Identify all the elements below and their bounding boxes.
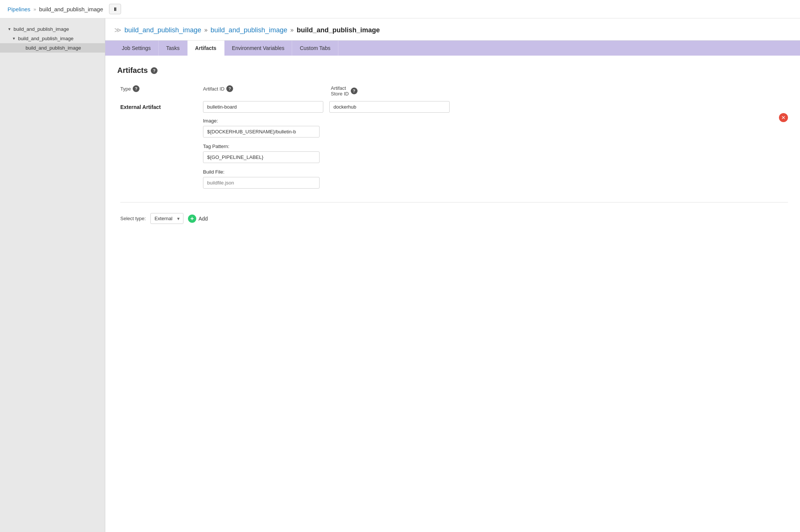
main-content: ≫ build_and_publish_image » build_and_pu… (105, 18, 800, 532)
content-area: Artifacts ? Type ? Artifact ID (105, 56, 800, 237)
store-id-label-line1: Artifact (331, 85, 349, 91)
store-id-label-line2: Store ID (331, 91, 349, 97)
artifact-id-help-icon[interactable]: ? (226, 85, 233, 92)
artifact-id-input[interactable] (203, 101, 323, 113)
artifacts-help-icon[interactable]: ? (151, 67, 158, 74)
store-id-label: Artifact Store ID ? (331, 85, 459, 97)
artifact-type-label: External Artifact (120, 101, 203, 110)
triangle-icon-0: ▼ (8, 27, 11, 31)
add-row: Select type: External Build Test ▼ + Add (120, 210, 788, 227)
pause-button[interactable]: ⏸ (109, 4, 121, 14)
sidebar-label-1: build_and_publish_image (18, 36, 73, 41)
build-file-field-container: Build File: (203, 169, 774, 189)
type-col-header: Type ? (120, 85, 203, 98)
top-bar-sep1: » (33, 6, 36, 12)
tab-artifacts[interactable]: Artifacts (188, 41, 224, 56)
image-field-container: Image: (203, 118, 774, 138)
artifact-row: External Artifact Image: (120, 101, 788, 195)
tabs-bar: Job Settings Tasks Artifacts Environment… (105, 41, 800, 56)
tag-pattern-label: Tag Pattern: (203, 144, 774, 149)
triangle-icon-1: ▼ (12, 36, 16, 41)
image-label: Image: (203, 118, 774, 124)
breadcrumb-current: build_and_publish_image (297, 26, 380, 34)
breadcrumb-sep2: » (290, 27, 294, 33)
delete-artifact-button[interactable]: ✕ (779, 113, 788, 122)
artifacts-title: Artifacts (117, 66, 148, 75)
tab-job-settings[interactable]: Job Settings (114, 41, 159, 56)
form-header: Type ? Artifact ID ? Artifact (120, 85, 788, 98)
store-id-col-header: Artifact Store ID ? (331, 85, 459, 98)
type-select[interactable]: External Build Test (150, 213, 183, 224)
image-input[interactable] (203, 126, 320, 138)
breadcrumb-link1[interactable]: build_and_publish_image (124, 26, 201, 34)
tab-custom-tabs[interactable]: Custom Tabs (292, 41, 338, 56)
sidebar: ▼ build_and_publish_image ▼ build_and_pu… (0, 18, 105, 532)
top-bar: Pipelines » build_and_publish_image ⏸ (0, 0, 800, 18)
artifact-id-col-header: Artifact ID ? (203, 85, 331, 98)
tag-pattern-field-container: Tag Pattern: (203, 144, 774, 163)
sidebar-item-1[interactable]: ▼ build_and_publish_image (0, 34, 105, 43)
type-help-icon[interactable]: ? (133, 85, 139, 92)
tab-environment-variables[interactable]: Environment Variables (224, 41, 292, 56)
build-file-input[interactable] (203, 177, 320, 189)
artifact-id-label: Artifact ID ? (203, 85, 331, 92)
add-circle-icon: + (188, 215, 196, 223)
sidebar-item-2[interactable]: ▼ build_and_publish_image (0, 43, 105, 53)
sidebar-item-0[interactable]: ▼ build_and_publish_image (0, 24, 105, 34)
tag-pattern-input[interactable] (203, 151, 320, 163)
sidebar-label-0: build_and_publish_image (14, 26, 69, 32)
breadcrumb-link2[interactable]: build_and_publish_image (211, 26, 287, 34)
type-label: Type ? (120, 85, 203, 92)
breadcrumb-sep1: » (204, 27, 208, 33)
select-type-label: Select type: (120, 216, 146, 221)
breadcrumb: ≫ build_and_publish_image » build_and_pu… (105, 18, 800, 41)
build-file-label: Build File: (203, 169, 774, 175)
artifact-store-id-input[interactable] (329, 101, 450, 113)
tab-tasks[interactable]: Tasks (159, 41, 188, 56)
artifact-fields: Image: Tag Pattern: Build File: (203, 101, 774, 195)
layout: ▼ build_and_publish_image ▼ build_and_pu… (0, 18, 800, 532)
add-label-text: Add (198, 216, 208, 222)
artifact-form: Type ? Artifact ID ? Artifact (117, 85, 788, 227)
type-select-wrapper: External Build Test ▼ (150, 213, 183, 224)
section-title: Artifacts ? (117, 66, 788, 75)
top-bar-pipeline-name: build_and_publish_image (39, 6, 103, 12)
top-fields (203, 101, 774, 113)
add-artifact-button[interactable]: + Add (188, 215, 208, 223)
sidebar-label-2: build_and_publish_image (26, 45, 81, 51)
divider (120, 202, 788, 203)
delete-icon: ✕ (781, 115, 786, 121)
store-id-help-icon[interactable]: ? (351, 88, 358, 94)
breadcrumb-icon: ≫ (114, 26, 121, 34)
pause-icon: ⏸ (113, 6, 118, 12)
pipelines-link[interactable]: Pipelines (8, 6, 30, 12)
